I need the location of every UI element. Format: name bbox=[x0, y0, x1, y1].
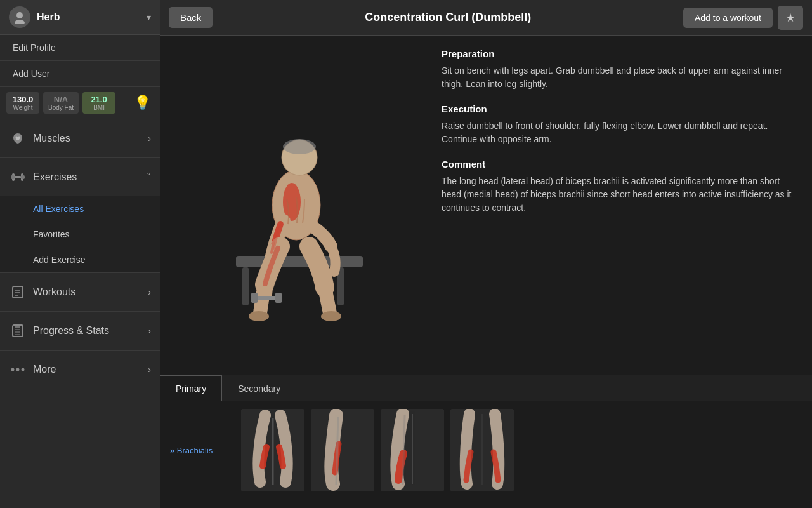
svg-rect-21 bbox=[242, 267, 249, 305]
tab-primary[interactable]: Primary bbox=[160, 375, 222, 401]
muscle-thumb-3[interactable] bbox=[381, 409, 444, 491]
sidebar-item-workouts[interactable]: Workouts › bbox=[0, 273, 160, 311]
preparation-text: Sit on bench with legs apart. Grab dumbb… bbox=[442, 64, 797, 91]
user-name: Herb bbox=[37, 11, 147, 23]
exercises-label: Exercises bbox=[33, 171, 147, 183]
progress-nav-section: Progress & Stats › bbox=[0, 312, 160, 351]
bmi-value: 21.0 bbox=[91, 95, 107, 104]
svg-rect-6 bbox=[21, 175, 25, 179]
svg-point-28 bbox=[321, 311, 341, 321]
body-fat-stat: N/A Body Fat bbox=[43, 92, 79, 114]
main-content: Back Concentration Curl (Dumbbell) Add t… bbox=[160, 0, 812, 508]
preparation-heading: Preparation bbox=[442, 48, 797, 59]
svg-point-1 bbox=[15, 20, 25, 24]
bmi-label: BMI bbox=[93, 104, 105, 111]
comment-text: The long head (lateral head) of biceps b… bbox=[442, 175, 797, 215]
bmi-stat: 21.0 BMI bbox=[82, 92, 115, 114]
progress-chevron-icon: › bbox=[148, 326, 151, 336]
sidebar-item-more[interactable]: More › bbox=[0, 351, 160, 389]
muscles-chevron-icon: › bbox=[148, 133, 151, 144]
tab-secondary[interactable]: Secondary bbox=[222, 375, 296, 401]
svg-point-18 bbox=[22, 368, 25, 371]
favorites-item[interactable]: Favorites bbox=[0, 222, 160, 247]
more-chevron-icon: › bbox=[148, 364, 151, 375]
muscles-label: Muscles bbox=[33, 133, 148, 144]
muscle-figure bbox=[198, 59, 388, 351]
lightbulb-icon[interactable]: 💡 bbox=[131, 92, 154, 114]
exercises-chevron-icon: ˅ bbox=[147, 172, 151, 182]
workouts-icon bbox=[9, 283, 27, 301]
execution-section: Execution Raise dumbbell to front of sho… bbox=[442, 104, 797, 146]
user-header[interactable]: Herb ▾ bbox=[0, 0, 160, 35]
favorite-button[interactable]: ★ bbox=[778, 6, 803, 30]
weight-stat: 130.0 Weight bbox=[6, 92, 39, 114]
content-area: Preparation Sit on bench with legs apart… bbox=[160, 36, 812, 375]
muscle-thumbnails bbox=[241, 409, 802, 491]
svg-point-16 bbox=[11, 368, 15, 371]
svg-point-17 bbox=[16, 368, 20, 371]
svg-point-0 bbox=[16, 12, 23, 18]
exercises-nav-section: Exercises ˅ All Exercises Favorites Add … bbox=[0, 158, 160, 273]
more-nav-section: More › bbox=[0, 351, 160, 389]
svg-rect-34 bbox=[311, 409, 374, 491]
sidebar-item-progress[interactable]: Progress & Stats › bbox=[0, 312, 160, 350]
muscles-icon bbox=[9, 130, 27, 147]
muscle-thumb-4[interactable] bbox=[450, 409, 514, 491]
execution-text: Raise dumbbell to front of shoulder, ful… bbox=[442, 119, 797, 146]
svg-rect-5 bbox=[11, 175, 15, 179]
svg-rect-31 bbox=[275, 293, 282, 303]
muscle-thumb-2[interactable] bbox=[311, 409, 374, 491]
stats-bar: 130.0 Weight N/A Body Fat 21.0 BMI 💡 bbox=[0, 87, 160, 119]
muscle-tabs: Primary Secondary bbox=[160, 375, 812, 401]
muscles-nav-section: Muscles › bbox=[0, 119, 160, 158]
sidebar-item-muscles[interactable]: Muscles › bbox=[0, 119, 160, 157]
execution-heading: Execution bbox=[442, 104, 797, 114]
svg-rect-30 bbox=[251, 293, 258, 303]
sidebar: Herb ▾ Edit Profile Add User 130.0 Weigh… bbox=[0, 0, 160, 508]
bottom-section: Primary Secondary Brachialis bbox=[160, 375, 812, 508]
all-exercises-item[interactable]: All Exercises bbox=[0, 196, 160, 222]
exercise-info: Preparation Sit on bench with legs apart… bbox=[426, 36, 812, 375]
muscle-content: Brachialis bbox=[160, 401, 812, 499]
svg-rect-4 bbox=[15, 176, 21, 178]
progress-icon bbox=[9, 322, 27, 340]
sidebar-item-exercises[interactable]: Exercises ˅ bbox=[0, 158, 160, 196]
more-label: More bbox=[33, 364, 148, 375]
weight-label: Weight bbox=[13, 104, 33, 111]
star-icon: ★ bbox=[785, 11, 796, 24]
body-fat-value: N/A bbox=[54, 95, 68, 104]
add-user-item[interactable]: Add User bbox=[0, 61, 160, 87]
preparation-section: Preparation Sit on bench with legs apart… bbox=[442, 48, 797, 91]
workouts-nav-section: Workouts › bbox=[0, 273, 160, 312]
muscle-thumb-1[interactable] bbox=[241, 409, 304, 491]
svg-rect-20 bbox=[236, 256, 363, 267]
back-button[interactable]: Back bbox=[169, 7, 213, 28]
add-to-workout-button[interactable]: Add to a workout bbox=[683, 8, 773, 28]
user-chevron-icon: ▾ bbox=[147, 12, 151, 22]
svg-point-26 bbox=[283, 139, 316, 154]
svg-point-27 bbox=[249, 311, 269, 321]
body-fat-label: Body Fat bbox=[48, 104, 74, 111]
muscle-name: Brachialis bbox=[170, 441, 233, 460]
add-exercise-item[interactable]: Add Exercise bbox=[0, 247, 160, 272]
exercise-visual bbox=[160, 36, 426, 375]
avatar bbox=[9, 6, 30, 28]
weight-value: 130.0 bbox=[13, 95, 34, 104]
comment-heading: Comment bbox=[442, 159, 797, 170]
edit-profile-item[interactable]: Edit Profile bbox=[0, 35, 160, 61]
topbar: Back Concentration Curl (Dumbbell) Add t… bbox=[160, 0, 812, 36]
svg-rect-29 bbox=[255, 296, 278, 300]
exercises-icon bbox=[9, 168, 27, 186]
progress-label: Progress & Stats bbox=[33, 325, 148, 337]
svg-rect-7 bbox=[13, 286, 23, 298]
more-icon bbox=[9, 361, 27, 378]
workouts-chevron-icon: › bbox=[148, 287, 151, 297]
workouts-label: Workouts bbox=[33, 286, 148, 298]
exercise-title: Concentration Curl (Dumbbell) bbox=[213, 11, 683, 24]
comment-section: Comment The long head (lateral head) of … bbox=[442, 159, 797, 215]
